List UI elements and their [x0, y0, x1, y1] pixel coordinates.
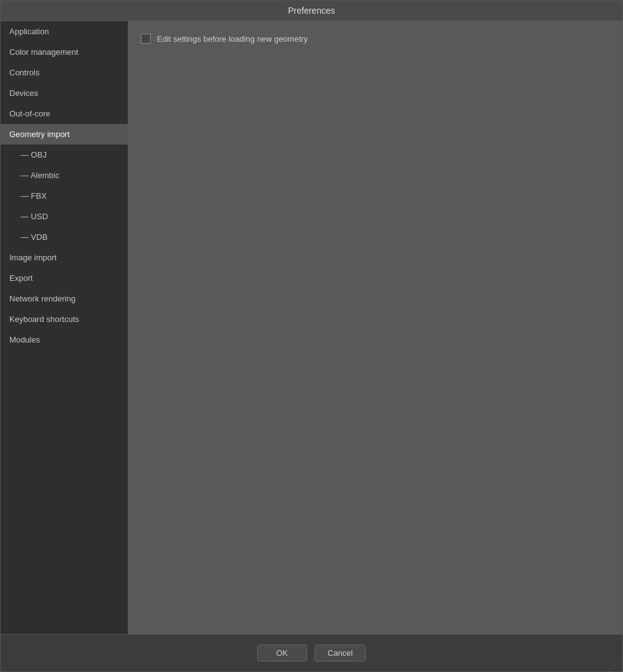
setting-row: Edit settings before loading new geometr… — [141, 34, 610, 44]
sidebar: ApplicationColor managementControlsDevic… — [1, 21, 128, 634]
sidebar-item-application[interactable]: Application — [1, 21, 128, 42]
footer: OK Cancel ⟋ — [1, 634, 622, 671]
ok-button[interactable]: OK — [257, 645, 307, 661]
edit-settings-label: Edit settings before loading new geometr… — [157, 34, 308, 44]
title-bar: Preferences — [1, 1, 622, 21]
sidebar-item-export[interactable]: Export — [1, 268, 128, 288]
sidebar-item-geometry-import[interactable]: Geometry import — [1, 124, 128, 144]
sidebar-item-alembic[interactable]: — Alembic — [1, 165, 128, 186]
sidebar-item-controls[interactable]: Controls — [1, 62, 128, 83]
main-panel: Edit settings before loading new geometr… — [128, 21, 622, 634]
sidebar-item-keyboard-shortcuts[interactable]: Keyboard shortcuts — [1, 309, 128, 329]
resize-handle[interactable]: ⟋ — [610, 660, 619, 669]
sidebar-item-usd[interactable]: — USD — [1, 206, 128, 227]
sidebar-item-out-of-core[interactable]: Out-of-core — [1, 103, 128, 124]
sidebar-item-image-import[interactable]: Image import — [1, 247, 128, 268]
sidebar-item-fbx[interactable]: — FBX — [1, 186, 128, 206]
cancel-button[interactable]: Cancel — [315, 645, 366, 661]
preferences-dialog: Preferences ApplicationColor managementC… — [0, 0, 623, 672]
sidebar-item-vdb[interactable]: — VDB — [1, 227, 128, 247]
sidebar-item-devices[interactable]: Devices — [1, 83, 128, 103]
dialog-title: Preferences — [288, 6, 335, 16]
edit-settings-checkbox[interactable] — [141, 34, 151, 44]
sidebar-item-obj[interactable]: — OBJ — [1, 144, 128, 165]
sidebar-item-network-rendering[interactable]: Network rendering — [1, 288, 128, 309]
sidebar-item-color-management[interactable]: Color management — [1, 42, 128, 62]
sidebar-item-modules[interactable]: Modules — [1, 329, 128, 350]
content-area: ApplicationColor managementControlsDevic… — [1, 21, 622, 634]
